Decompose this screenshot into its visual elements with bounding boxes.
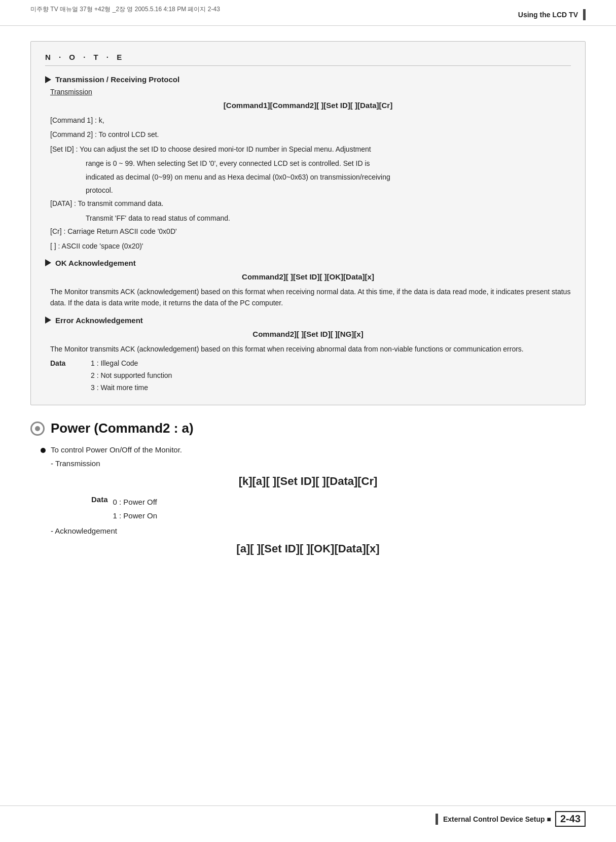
note-box: N · O · T · E Transmission / Receiving P… [30,41,586,405]
data-item-1: 1 : Illegal Code [91,358,172,370]
setid-decimal: indicated as decimal (0~99) on menu and … [86,171,571,183]
cr-line: [Cr] : Carriage Return ASCII code '0x0D' [50,226,571,237]
data-label: Data [50,358,91,394]
data-transmit: Transmit 'FF' data to read status of com… [86,213,571,224]
cmd2-line: [Command 2] : To control LCD set. [50,129,571,140]
power-title: Power (Command2 : a) [51,420,194,436]
data-item-3: 3 : Wait more time [91,382,172,394]
setid-line: [Set ID] : You can adjust the set ID to … [50,144,571,155]
data-power-values: 0 : Power Off 1 : Power On [113,495,158,522]
data-values: 1 : Illegal Code 2 : Not supported funct… [91,358,172,394]
data-power-container: Data 0 : Power Off 1 : Power On [91,495,586,522]
section2-label: OK Acknowledgement [55,259,136,267]
section3-label: Error Acknowledgement [55,316,143,325]
bullet-row: To control Power On/Off of the Monitor. [41,445,586,454]
footer: External Control Device Setup ■ 2-43 [0,805,616,827]
footer-bar [436,814,438,825]
data-item-2: 2 : Not supported function [91,370,172,382]
command-format-1: [Command1][Command2][ ][Set ID][ ][Data]… [45,101,571,110]
header-bar-accent [583,9,586,20]
power-title-row: Power (Command2 : a) [30,420,586,436]
section1-header: Transmission / Receiving Protocol [45,75,571,84]
note-title: N · O · T · E [45,53,571,66]
section3-desc: The Monitor transmits ACK (acknowledgeme… [50,343,571,355]
section1-label: Transmission / Receiving Protocol [55,75,179,84]
data-line: [DATA] : To transmit command data. [50,198,571,209]
command-format-3: Command2][ ][Set ID][ ][NG][x] [45,330,571,338]
triangle-icon-2 [45,259,51,266]
triangle-icon-1 [45,76,51,83]
acknowledgement-label: - Acknowledgement [51,527,586,535]
data-power-on: 1 : Power On [113,509,158,522]
command-acknowledgement: [a][ ][Set ID][ ][OK][Data][x] [30,542,586,555]
power-circle-inner [35,426,40,431]
data-power-label: Data [91,495,108,522]
footer-label: External Control Device Setup ■ [443,815,551,823]
footer-row: External Control Device Setup ■ 2-43 [30,806,586,827]
setid-protocol: protocol. [86,185,571,196]
footer-page: 2-43 [555,811,586,827]
space-line: [ ] : ASCII code 'space (0x20)' [50,240,571,252]
data-power-off: 0 : Power Off [113,495,158,509]
korean-header: 미주향 TV 매뉴얼 37형 +42형 _2장 영 2005.5.16 4:18… [30,5,220,14]
main-content: Power (Command2 : a) To control Power On… [30,420,586,555]
header-title: Using the LCD TV [518,11,578,19]
bullet-text: To control Power On/Off of the Monitor. [51,445,182,454]
cmd1-line: [Command 1] : k, [50,115,571,126]
power-section: Power (Command2 : a) To control Power On… [30,420,586,555]
command-transmission: [k][a][ ][Set ID][ ][Data][Cr] [30,475,586,488]
transmission-label: - Transmission [51,459,586,468]
setid-range: range is 0 ~ 99. When selecting Set ID '… [86,158,571,169]
section2-desc: The Monitor transmits ACK (acknowledgeme… [50,286,571,309]
triangle-icon-3 [45,317,51,324]
data-row-container: Data 1 : Illegal Code 2 : Not supported … [50,358,571,394]
subsection-transmission: Transmission [50,88,571,96]
bullet-dot [41,448,46,453]
section3-header: Error Acknowledgement [45,316,571,325]
power-circle-icon [30,422,45,436]
command-format-2: Command2][ ][Set ID][ ][OK][Data][x] [45,272,571,281]
section2-header: OK Acknowledgement [45,259,571,267]
